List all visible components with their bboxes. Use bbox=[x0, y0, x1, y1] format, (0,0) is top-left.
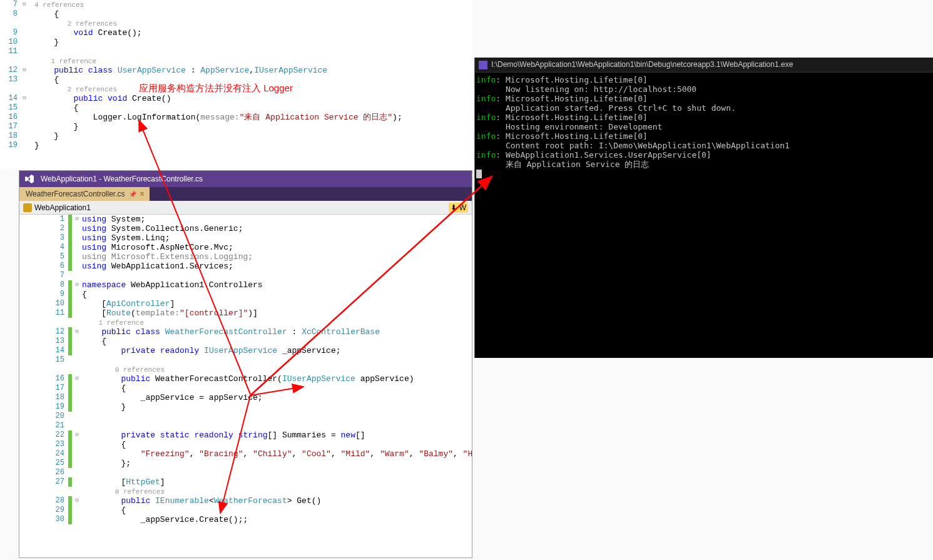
tab-label: WeatherForecastController.cs bbox=[26, 190, 125, 198]
console-icon bbox=[479, 61, 487, 69]
vs-window: WebApplication1 - WeatherForecastControl… bbox=[19, 170, 472, 558]
vs-titlebar[interactable]: WebApplication1 - WeatherForecastControl… bbox=[19, 171, 472, 187]
navigation-bar[interactable]: WebApplication1 ⬇ W bbox=[19, 201, 472, 215]
close-icon[interactable]: × bbox=[140, 190, 145, 198]
project-icon bbox=[23, 203, 32, 212]
code-editor-bottom[interactable]: 1234567891011121314151617181920212223242… bbox=[19, 215, 472, 560]
console-body[interactable]: info: Microsoft.Hosting.Lifetime[0] Now … bbox=[475, 73, 933, 181]
nav-project: WebApplication1 bbox=[34, 203, 91, 212]
fold-column-2[interactable]: ⊟⊟⊟⊟⊟⊟ bbox=[73, 215, 81, 524]
pin-icon[interactable]: 📌 bbox=[129, 191, 136, 198]
change-margin bbox=[68, 215, 72, 524]
fold-column[interactable]: ⊟⊟⊟ bbox=[20, 0, 29, 150]
annotation-1: 应用服务构造方法并没有注入 Logger bbox=[139, 83, 293, 94]
vs-logo-icon bbox=[24, 174, 34, 184]
line-number-gutter: 78910111213141516171819 bbox=[0, 0, 20, 150]
code-content-bottom[interactable]: using System;using System.Collections.Ge… bbox=[82, 215, 472, 524]
tab-weatherforecast[interactable]: WeatherForecastController.cs 📌 × bbox=[19, 187, 150, 201]
nav-right-icon: ⬇ W bbox=[449, 203, 468, 213]
console-window[interactable]: I:\Demo\WebApplication1\WebApplication1\… bbox=[474, 58, 933, 358]
code-content-top[interactable]: 4 references { 2 references void Create(… bbox=[34, 0, 402, 150]
line-number-gutter-2: 1234567891011121314151617181920212223242… bbox=[49, 215, 67, 524]
console-title-text: I:\Demo\WebApplication1\WebApplication1\… bbox=[491, 60, 793, 69]
console-titlebar[interactable]: I:\Demo\WebApplication1\WebApplication1\… bbox=[475, 58, 933, 73]
vs-title-text: WebApplication1 - WeatherForecastControl… bbox=[41, 175, 203, 183]
vs-tabstrip[interactable]: WeatherForecastController.cs 📌 × bbox=[19, 187, 472, 201]
